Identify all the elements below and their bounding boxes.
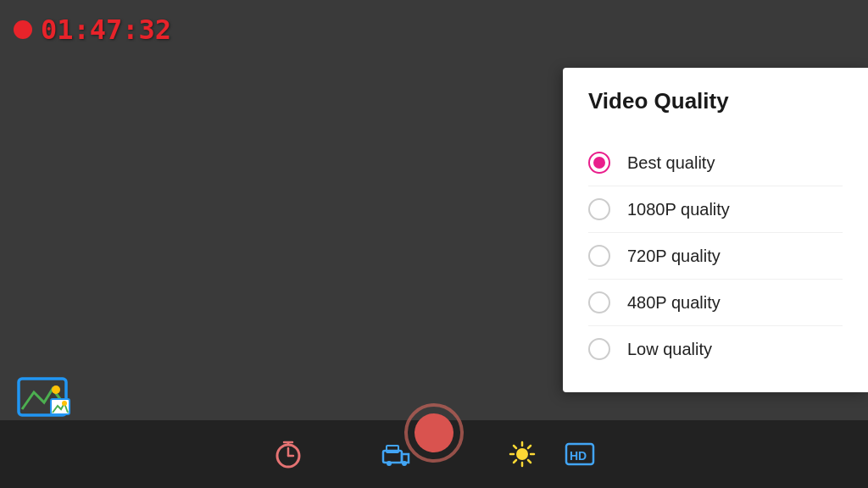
quality-label-best: Best quality [627,153,715,173]
timer-icon-button[interactable] [259,432,317,476]
quality-option-480p[interactable]: 480P quality [588,280,843,326]
quality-label-low: Low quality [627,340,712,359]
recording-dot [14,20,32,39]
quality-option-best[interactable]: Best quality [588,140,843,186]
record-button[interactable] [404,403,464,463]
hd-icon-button[interactable]: HD [551,432,609,476]
svg-point-13 [516,448,528,460]
svg-point-10 [387,461,392,466]
svg-point-3 [62,401,67,406]
quality-options-list: Best quality1080P quality720P quality480… [588,140,843,372]
svg-line-20 [528,446,531,448]
record-button-inner [415,413,453,452]
brightness-icon-button[interactable] [493,432,551,476]
radio-480p [588,291,610,313]
radio-1080p [588,198,610,220]
radio-720p [588,245,610,267]
svg-line-21 [514,460,516,463]
svg-line-19 [528,460,531,463]
recording-indicator: 01:47:32 [14,14,171,46]
svg-point-1 [52,385,60,394]
quality-label-480p: 480P quality [627,293,721,313]
quality-panel-title: Video Quality [588,88,843,123]
quality-label-720p: 720P quality [627,247,721,266]
radio-inner-best [593,157,605,169]
svg-text:HD: HD [570,449,587,463]
record-button-container [404,403,464,463]
gallery-icon[interactable] [17,374,72,420]
quality-option-720p[interactable]: 720P quality [588,233,843,280]
quality-label-1080p: 1080P quality [627,200,730,219]
radio-low [588,338,610,360]
recording-time: 01:47:32 [41,14,171,46]
radio-best [588,152,610,174]
svg-line-18 [514,446,516,448]
quality-option-1080p[interactable]: 1080P quality [588,186,843,233]
quality-option-low[interactable]: Low quality [588,326,843,372]
quality-panel: Video Quality Best quality1080P quality7… [563,68,868,392]
